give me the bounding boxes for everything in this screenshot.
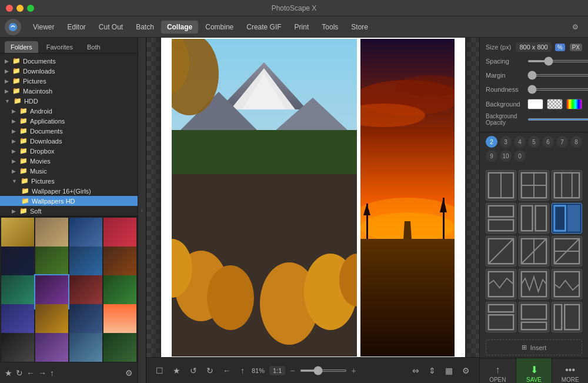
thumbnail[interactable] — [1, 218, 34, 251]
thumbnail[interactable] — [103, 275, 136, 308]
zoom-minus-icon[interactable]: − — [290, 366, 295, 375]
tree-dropbox[interactable]: ▶ 📁 Dropbox — [0, 146, 138, 156]
num-10[interactable]: 10 — [500, 150, 512, 162]
photo-slot-left[interactable] — [172, 39, 357, 357]
star-icon[interactable]: ★ — [5, 368, 12, 378]
forward-icon[interactable]: → — [38, 368, 46, 378]
panel-collapse-button[interactable]: ‹ — [138, 38, 146, 383]
num-0[interactable]: 0 — [514, 150, 526, 162]
roundness-slider[interactable] — [527, 88, 588, 91]
layout-option-6[interactable] — [552, 203, 582, 234]
spacing-slider[interactable] — [527, 60, 588, 62]
thumbnail[interactable] — [69, 247, 102, 279]
tree-downloads-hdd[interactable]: ▶ 📁 Downloads — [0, 136, 138, 146]
tab-both[interactable]: Both — [81, 41, 106, 53]
layout-option-12[interactable] — [552, 269, 582, 299]
tree-downloads-top[interactable]: ▶ 📁 Downloads — [0, 66, 138, 76]
tree-applications[interactable]: ▶ 📁 Applications — [0, 116, 138, 126]
menu-combine[interactable]: Combine — [199, 21, 239, 34]
settings-bottom-icon[interactable]: ⚙ — [460, 364, 472, 378]
menu-cutout[interactable]: Cut Out — [93, 21, 129, 34]
menu-store[interactable]: Store — [345, 21, 374, 34]
thumbnail[interactable] — [69, 218, 102, 251]
menu-tools[interactable]: Tools — [316, 21, 344, 34]
thumbnail[interactable] — [35, 304, 68, 337]
num-3[interactable]: 3 — [500, 136, 512, 148]
bg-color-white[interactable] — [527, 99, 543, 109]
layout-option-13[interactable] — [486, 302, 516, 332]
thumbnail[interactable] — [1, 304, 34, 337]
menu-creategif[interactable]: Create GIF — [240, 21, 287, 34]
num-8[interactable]: 8 — [570, 136, 582, 148]
margin-slider[interactable] — [527, 74, 588, 76]
num-9[interactable]: 9 — [486, 150, 497, 162]
layout-option-8[interactable] — [519, 236, 549, 267]
thumbnail[interactable] — [1, 247, 34, 279]
tree-pictures-hdd[interactable]: ▼ 📁 Pictures — [0, 176, 138, 186]
thumbnail[interactable] — [69, 275, 102, 308]
menu-collage[interactable]: Collage — [161, 21, 198, 34]
tree-music[interactable]: ▶ 📁 Music — [0, 166, 138, 176]
tree-hdd[interactable]: ▼ 📁 HDD — [0, 96, 138, 106]
rotate-left-icon[interactable]: ↺ — [188, 364, 199, 378]
px-button[interactable]: PX — [570, 44, 582, 51]
bg-opacity-slider[interactable] — [527, 118, 588, 121]
layout-option-4[interactable] — [486, 203, 516, 234]
num-4[interactable]: 4 — [514, 136, 526, 148]
star-bottom-icon[interactable]: ★ — [171, 364, 183, 378]
flip-h-icon[interactable]: ⇔ — [410, 364, 422, 378]
layout-option-7[interactable] — [486, 236, 516, 267]
select-all-icon[interactable]: ☐ — [153, 364, 166, 378]
photo-slot-right[interactable] — [360, 39, 455, 357]
layout-option-14[interactable] — [519, 302, 549, 332]
insert-button[interactable]: ⊞ Insert — [486, 339, 582, 355]
bg-color-pattern[interactable] — [547, 99, 563, 109]
rotate-right-icon[interactable]: ↻ — [204, 364, 216, 378]
thumbnail[interactable] — [103, 304, 136, 337]
layout-option-3[interactable] — [552, 170, 582, 201]
thumbnail[interactable] — [69, 304, 102, 337]
tree-android[interactable]: ▶ 📁 Android — [0, 106, 138, 116]
tree-wallpapers-hd[interactable]: 📁 Wallpapers HD — [0, 196, 138, 206]
back-icon[interactable]: ← — [26, 368, 35, 378]
tree-movies[interactable]: ▶ 📁 Movies — [0, 156, 138, 166]
zoom-plus-icon[interactable]: + — [352, 366, 356, 375]
layout-option-2[interactable] — [519, 170, 549, 201]
layout-icon[interactable]: ▦ — [443, 364, 455, 378]
layout-option-1[interactable] — [486, 170, 516, 201]
zoom-slider[interactable] — [300, 369, 347, 372]
thumbnail[interactable] — [103, 247, 136, 279]
back-bottom-icon[interactable]: ← — [220, 364, 233, 378]
thumbnail[interactable] — [103, 218, 136, 251]
menu-viewer[interactable]: Viewer — [27, 21, 60, 34]
layout-option-11[interactable] — [519, 269, 549, 299]
layout-option-10[interactable] — [486, 269, 516, 299]
gear-icon[interactable]: ⚙ — [125, 368, 133, 378]
tree-documents-hdd[interactable]: ▶ 📁 Documents — [0, 126, 138, 136]
tree-wallpaper-girls[interactable]: 📁 Wallpaper 16+(Girls) — [0, 186, 138, 196]
thumbnail[interactable] — [1, 275, 34, 308]
open-button[interactable]: ↑ OPEN — [480, 358, 516, 383]
thumbnail[interactable] — [35, 333, 68, 362]
refresh-icon[interactable]: ↻ — [16, 368, 23, 378]
tree-macintosh[interactable]: ▶ 📁 Macintosh — [0, 86, 138, 96]
tab-folders[interactable]: Folders — [5, 41, 38, 53]
size-value[interactable]: 800 x 800 — [516, 42, 551, 52]
thumbnail[interactable] — [35, 218, 68, 251]
thumbnail[interactable] — [1, 333, 34, 362]
layout-option-5[interactable] — [519, 203, 549, 234]
settings-icon[interactable]: ⚙ — [567, 19, 583, 35]
minimize-button[interactable] — [16, 5, 24, 12]
thumbnail[interactable] — [35, 247, 68, 279]
tab-favorites[interactable]: Favorites — [41, 41, 79, 53]
menu-print[interactable]: Print — [289, 21, 315, 34]
layout-option-9[interactable] — [552, 236, 582, 267]
up-icon[interactable]: ↑ — [50, 368, 54, 378]
num-2[interactable]: 2 — [486, 136, 497, 148]
save-button[interactable]: ⬇ SAVE — [516, 358, 553, 383]
tree-documents[interactable]: ▶ 📁 Documents — [0, 56, 138, 66]
flip-v-icon[interactable]: ⇕ — [426, 364, 438, 378]
tree-pictures-top[interactable]: ▶ 📁 Pictures — [0, 76, 138, 86]
close-button[interactable] — [6, 5, 13, 12]
num-6[interactable]: 6 — [542, 136, 554, 148]
